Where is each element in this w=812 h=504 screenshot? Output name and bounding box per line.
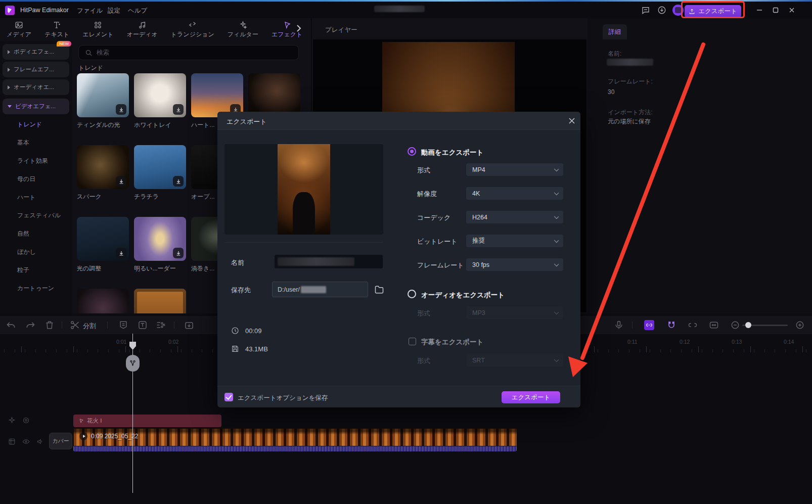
tab-audio[interactable]: オーディオ: [120, 21, 164, 39]
tab-text[interactable]: テキスト: [38, 21, 76, 39]
effect-thumbnail[interactable]: [77, 289, 129, 313]
sidebar-item-trend[interactable]: トレンド: [17, 120, 42, 129]
fit-timeline-icon[interactable]: [709, 320, 719, 330]
video-track-mute-icon[interactable]: [36, 438, 44, 445]
close-icon[interactable]: [788, 7, 795, 14]
folder-icon[interactable]: [374, 285, 384, 295]
export-top-button[interactable]: エクスポート: [685, 5, 741, 18]
search-box[interactable]: [78, 45, 299, 60]
video-bitrate-dropdown[interactable]: 推奨: [466, 235, 563, 247]
download-icon[interactable]: [657, 6, 666, 15]
download-badge[interactable]: [173, 176, 184, 187]
export-confirm-button[interactable]: エクスポート: [502, 391, 560, 403]
effect-card[interactable]: [134, 289, 186, 313]
sidebar-group-frame-effects[interactable]: フレームエフ...: [3, 62, 69, 77]
zoom-out-icon[interactable]: [730, 320, 740, 330]
effect-clip[interactable]: 花火 I: [73, 415, 221, 427]
sidebar-item-particle[interactable]: 粒子: [17, 266, 29, 274]
timeline-zoom-slider[interactable]: [742, 325, 788, 326]
effect-card[interactable]: ホワイトレイ: [134, 73, 186, 129]
sidebar-item-mothersday[interactable]: 母の日: [17, 175, 35, 184]
effect-thumbnail[interactable]: [191, 73, 243, 117]
zoom-in-icon[interactable]: [795, 320, 805, 330]
effect-card[interactable]: チラチラ: [134, 145, 186, 201]
download-badge[interactable]: [173, 104, 184, 115]
video-framerate-dropdown[interactable]: 30 fps: [466, 258, 563, 271]
video-resolution-dropdown[interactable]: 4K: [466, 187, 563, 200]
undo-icon[interactable]: [6, 320, 16, 330]
search-input[interactable]: [97, 49, 263, 56]
sidebar-item-light[interactable]: ライト効果: [17, 157, 48, 165]
tab-elements[interactable]: エレメント: [76, 21, 120, 39]
effect-thumbnail[interactable]: [248, 73, 300, 117]
video-clip[interactable]: 0:09 2025_05_22: [73, 429, 517, 451]
minimize-icon[interactable]: [756, 7, 763, 14]
split-scissors-icon[interactable]: [70, 320, 80, 330]
magnet-icon[interactable]: [666, 320, 676, 330]
video-codec-dropdown[interactable]: H264: [466, 211, 563, 223]
menu-file[interactable]: ファイル: [77, 7, 103, 15]
split-label[interactable]: 分割: [83, 322, 96, 332]
effect-track-visibility-icon[interactable]: [22, 417, 30, 424]
effect-thumbnail[interactable]: [134, 73, 186, 117]
delete-icon[interactable]: [44, 320, 55, 330]
sidebar-group-video-effects[interactable]: ビデオエフェ...: [3, 99, 69, 114]
tab-filters[interactable]: フィルター: [221, 21, 265, 39]
tab-details[interactable]: 詳細: [603, 24, 627, 39]
sidebar-item-festival[interactable]: フェスティバル: [17, 211, 61, 220]
export-save-path-input[interactable]: D:/user/: [272, 282, 368, 297]
effect-thumbnail[interactable]: [77, 73, 129, 117]
export-frame-icon[interactable]: [184, 320, 194, 330]
video-format-dropdown[interactable]: MP4: [466, 163, 563, 176]
effect-card[interactable]: スパーク: [77, 145, 129, 201]
effect-card[interactable]: 光の調整: [77, 217, 129, 273]
record-voiceover-icon[interactable]: [614, 320, 624, 330]
video-export-radio[interactable]: [408, 147, 416, 156]
tab-media[interactable]: メディア: [0, 21, 38, 39]
video-track-visibility-icon[interactable]: [22, 438, 30, 445]
zoom-slider-knob[interactable]: [745, 322, 751, 328]
ruler-label: 0:02: [168, 339, 178, 345]
effect-thumbnail[interactable]: [134, 145, 186, 189]
download-badge[interactable]: [116, 104, 126, 115]
cover-button[interactable]: カバー: [49, 433, 72, 449]
tab-transitions[interactable]: トランジション: [164, 21, 221, 39]
subtitle-export-checkbox[interactable]: [409, 338, 416, 345]
effect-thumbnail[interactable]: [134, 289, 186, 313]
maximize-icon[interactable]: [772, 7, 779, 14]
feedback-icon[interactable]: [641, 6, 650, 15]
link-icon[interactable]: [644, 320, 654, 330]
avatar[interactable]: [672, 5, 684, 16]
sidebar-item-basic[interactable]: 基本: [17, 139, 29, 147]
unlink-icon[interactable]: [688, 320, 698, 330]
download-badge[interactable]: [116, 248, 126, 258]
sidebar-item-heart[interactable]: ハート: [17, 193, 36, 202]
download-badge[interactable]: [173, 248, 184, 258]
audio-export-radio[interactable]: [408, 290, 416, 298]
save-options-checkbox[interactable]: [224, 393, 233, 401]
sidebar-group-audio-effects[interactable]: オーディオエ...: [3, 79, 69, 95]
chevron-down-icon: [554, 167, 559, 171]
sidebar-item-blur[interactable]: ぼかし: [17, 248, 36, 256]
effect-card[interactable]: 明るい...ーダー: [134, 217, 186, 273]
chevron-right-icon[interactable]: [295, 24, 303, 32]
effect-card[interactable]: [77, 289, 129, 313]
effect-card[interactable]: ティンダルの光: [77, 73, 129, 129]
effect-thumbnail[interactable]: [77, 217, 129, 261]
menu-settings[interactable]: 設定: [108, 7, 120, 15]
marker-icon[interactable]: [118, 320, 128, 330]
multi-split-icon[interactable]: [156, 320, 166, 330]
text-tool-icon[interactable]: [138, 320, 148, 330]
dialog-close-icon[interactable]: [568, 117, 576, 125]
menu-help[interactable]: ヘルプ: [128, 7, 147, 15]
sidebar-group-body-effects[interactable]: ボディエフェ... NEW: [3, 44, 69, 60]
effect-name: チラチラ: [134, 193, 186, 201]
sidebar-item-cartoon[interactable]: カートゥーン: [17, 284, 54, 293]
player-title: プレイヤー: [325, 26, 357, 34]
export-name-input[interactable]: [275, 255, 383, 268]
sidebar-item-nature[interactable]: 自然: [17, 230, 29, 238]
download-badge[interactable]: [116, 176, 126, 187]
effect-thumbnail[interactable]: [134, 217, 186, 261]
redo-icon[interactable]: [25, 320, 35, 330]
effect-thumbnail[interactable]: [77, 145, 129, 189]
